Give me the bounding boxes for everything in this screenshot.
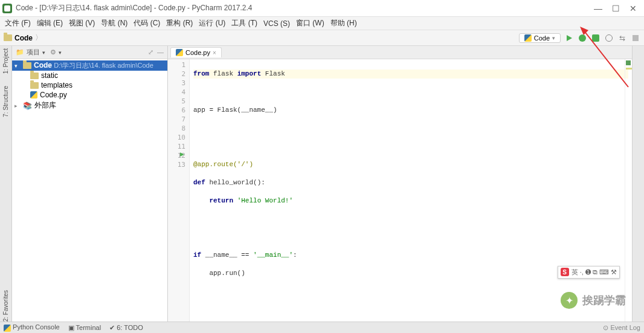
stop-button[interactable]: [631, 33, 640, 43]
error-stripe[interactable]: [625, 59, 632, 322]
chevron-dot-icon[interactable]: ▾: [59, 50, 62, 56]
gear-icon[interactable]: ⚙: [50, 48, 56, 56]
project-icon: 📁: [16, 48, 24, 56]
wechat-icon: ✦: [561, 292, 578, 309]
breadcrumb-root: Code: [14, 34, 33, 42]
coverage-button[interactable]: [591, 33, 601, 43]
tab-python-console[interactable]: Python Console: [4, 323, 60, 331]
run-config-selector[interactable]: Code ▾: [519, 33, 561, 43]
ime-logo-icon: S: [561, 268, 569, 276]
maximize-button[interactable]: ☐: [612, 4, 620, 13]
project-panel: 📁 项目 ▾ ⚙ ▾ ⤢ ― ▾ Code D:\学习日志\14. flask …: [12, 46, 168, 322]
app-icon: [2, 4, 12, 13]
tree-external[interactable]: ▸ 📚 外部库: [12, 100, 167, 111]
tree-label: static: [41, 71, 58, 80]
menu-navigate[interactable]: 导航 (N): [98, 17, 130, 30]
profile-button[interactable]: [604, 33, 614, 43]
project-title: 项目: [27, 48, 40, 57]
breadcrumb[interactable]: Code 〉: [4, 33, 42, 43]
ime-status: 英 ·, ➊ ⧉ ⌨ ⚒: [572, 268, 617, 277]
menu-window[interactable]: 窗口 (W): [294, 17, 327, 30]
menu-code[interactable]: 代码 (C): [131, 17, 163, 30]
close-button[interactable]: ✕: [630, 4, 637, 13]
ime-toolbar[interactable]: S 英 ·, ➊ ⧉ ⌨ ⚒: [558, 266, 620, 279]
library-icon: 📚: [23, 102, 32, 110]
profile-icon: [605, 34, 613, 42]
ok-indicator: [626, 60, 631, 65]
attach-button[interactable]: ⇆: [617, 33, 627, 43]
expand-icon[interactable]: ▸: [14, 103, 21, 109]
watermark-text: 挨踢学霸: [582, 293, 626, 308]
breadcrumb-sep: 〉: [35, 33, 42, 43]
folder-icon: [23, 62, 31, 69]
tab-favorites[interactable]: 2: Favorites: [2, 290, 9, 322]
chevron-down-icon: ▾: [552, 35, 555, 41]
expand-icon[interactable]: ▾: [14, 63, 21, 69]
menu-file[interactable]: 文件 (F): [2, 17, 33, 30]
menu-tools[interactable]: 工具 (T): [229, 17, 260, 30]
warning-marker[interactable]: [626, 68, 632, 70]
tab-todo[interactable]: ✔ 6: TODO: [109, 324, 143, 332]
code-content[interactable]: from flask import Flask app = Flask(__na…: [190, 59, 632, 322]
tree-static[interactable]: static: [12, 71, 167, 80]
menu-bar: 文件 (F) 编辑 (E) 视图 (V) 导航 (N) 代码 (C) 重构 (R…: [0, 17, 644, 30]
run-config-label: Code: [534, 34, 550, 42]
code-editor[interactable]: 1 2 3 4 5 6 7 8 10 11 12 13 ▶ from flask…: [168, 59, 632, 322]
editor-area: Code.py × 1 2 3 4 5 6 7 8 10 11 12 13 ▶ …: [168, 46, 632, 322]
tree-root-path: D:\学习日志\14. flask admin\Code: [54, 62, 153, 69]
python-icon: [524, 34, 532, 42]
menu-edit[interactable]: 编辑 (E): [34, 17, 65, 30]
tab-project[interactable]: 1: Project: [2, 48, 9, 74]
toolbar: Code 〉 Code ▾ ⇆: [0, 30, 644, 46]
minimize-button[interactable]: ―: [594, 4, 602, 13]
chevron-down-icon[interactable]: ▾: [42, 50, 45, 56]
tab-terminal[interactable]: ▣ Terminal: [68, 324, 101, 332]
tree-label: Code.py: [40, 91, 67, 99]
bottom-tool-bar: Python Console ▣ Terminal ✔ 6: TODO ⊙ Ev…: [0, 322, 644, 333]
debug-button[interactable]: [578, 33, 587, 43]
menu-view[interactable]: 视图 (V): [66, 17, 97, 30]
menu-run[interactable]: 运行 (U): [196, 17, 228, 30]
stop-icon: [633, 35, 639, 41]
coverage-icon: [592, 34, 599, 42]
main-area: 1: Project 7: Structure 2: Favorites 📁 项…: [0, 46, 644, 322]
left-tool-bar: 1: Project 7: Structure 2: Favorites: [0, 46, 12, 322]
play-icon: [567, 35, 572, 41]
tree-root-name: Code: [34, 61, 52, 70]
tree-label: templates: [41, 81, 72, 89]
menu-vcs[interactable]: VCS (S): [261, 18, 292, 29]
watermark: ✦ 挨踢学霸: [561, 292, 626, 309]
window-title: Code - [D:\学习日志\14. flask admin\Code] - …: [16, 3, 253, 13]
line-gutter: 1 2 3 4 5 6 7 8 10 11 12 13: [168, 59, 190, 322]
tree-codepy[interactable]: Code.py: [12, 90, 167, 100]
run-gutter-icon[interactable]: ▶: [180, 151, 184, 157]
tree-label: 外部库: [34, 100, 56, 111]
hide-icon[interactable]: ―: [157, 48, 164, 56]
project-tree[interactable]: ▾ Code D:\学习日志\14. flask admin\Code stat…: [12, 59, 167, 112]
editor-tabs: Code.py ×: [168, 46, 632, 59]
tab-structure[interactable]: 7: Structure: [2, 86, 9, 117]
folder-icon: [4, 34, 12, 41]
close-tab-icon[interactable]: ×: [213, 50, 216, 56]
project-panel-header: 📁 项目 ▾ ⚙ ▾ ⤢ ―: [12, 46, 167, 59]
folder-icon: [30, 82, 39, 89]
bug-icon: [579, 34, 586, 42]
right-tool-bar: [632, 46, 644, 322]
tab-label: Code.py: [185, 49, 210, 56]
python-icon: [176, 49, 183, 56]
tree-root[interactable]: ▾ Code D:\学习日志\14. flask admin\Code: [12, 60, 167, 71]
collapse-icon[interactable]: ⤢: [148, 48, 153, 56]
menu-help[interactable]: 帮助 (H): [328, 17, 359, 30]
run-button[interactable]: [564, 33, 574, 43]
attach-icon: ⇆: [619, 34, 625, 42]
tree-templates[interactable]: templates: [12, 80, 167, 90]
python-icon: [30, 91, 37, 99]
tab-event-log[interactable]: ⊙ Event Log: [603, 324, 640, 332]
python-icon: [4, 325, 11, 332]
editor-tab-codepy[interactable]: Code.py ×: [170, 47, 222, 57]
folder-icon: [30, 73, 39, 79]
title-bar: Code - [D:\学习日志\14. flask admin\Code] - …: [0, 0, 644, 17]
menu-refactor[interactable]: 重构 (R): [164, 17, 195, 30]
